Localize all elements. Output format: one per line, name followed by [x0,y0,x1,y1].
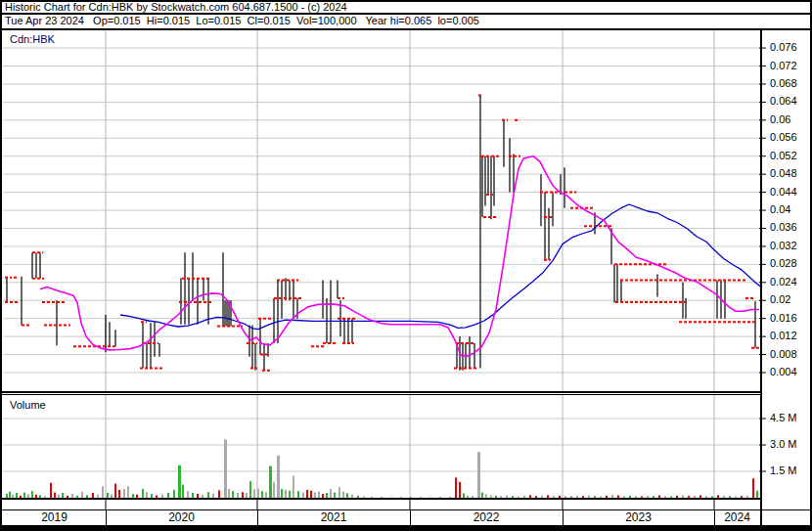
price-volume-divider [2,391,762,393]
year-label: 2022 [410,510,563,525]
price-tick-label: 0.016 [770,312,797,325]
bottom-border [0,525,812,531]
chart-background [2,30,810,525]
volume-tick-label: 3.0 M [770,438,797,451]
volume-pane-label: Volume [10,399,46,411]
price-tick-label: 0.032 [770,240,797,252]
year-label: 2023 [563,510,714,525]
price-tick-label: 0.052 [770,150,797,162]
price-tick-label: 0.004 [770,366,797,378]
price-tick-label: 0.076 [770,41,797,54]
volume-tick-label: 1.5 M [770,465,797,477]
price-tick-label: 0.04 [770,203,790,216]
price-tick-label: 0.02 [770,293,790,306]
year-label: 2020 [106,510,257,525]
price-tick-label: 0.044 [770,186,797,199]
symbol-label: Cdn:HBK [10,33,55,45]
price-tick-label: 0.048 [770,167,797,180]
price-tick-label: 0.012 [770,330,797,342]
price-tick-label: 0.036 [770,221,797,234]
stock-chart-window: Historic Chart for Cdn:HBK by Stockwatch… [0,0,812,531]
price-tick-label: 0.064 [770,95,797,108]
chart-title: Historic Chart for Cdn:HBK by Stockwatch… [5,1,347,13]
price-volume-divider-2 [2,394,762,395]
price-tick-label: 0.072 [770,60,797,72]
year-separator [760,509,761,525]
price-tick-label: 0.008 [770,348,797,361]
price-tick-label: 0.028 [770,257,797,270]
year-label: 2021 [257,510,410,525]
header-divider [0,13,812,15]
year-label: 2024 [714,510,760,525]
price-tick-label: 0.068 [770,77,797,90]
price-tick-label: 0.024 [770,276,797,288]
price-tick-label: 0.06 [770,113,790,126]
volume-baseline [2,498,762,500]
quote-line: Tue Apr 23 2024 Op=0.015 Hi=0.015 Lo=0.0… [5,15,479,26]
volume-tick-label: 4.5 M [770,412,797,424]
year-label: 2019 [3,510,106,525]
price-tick-label: 0.056 [770,131,797,144]
plot-right-border [760,30,762,525]
